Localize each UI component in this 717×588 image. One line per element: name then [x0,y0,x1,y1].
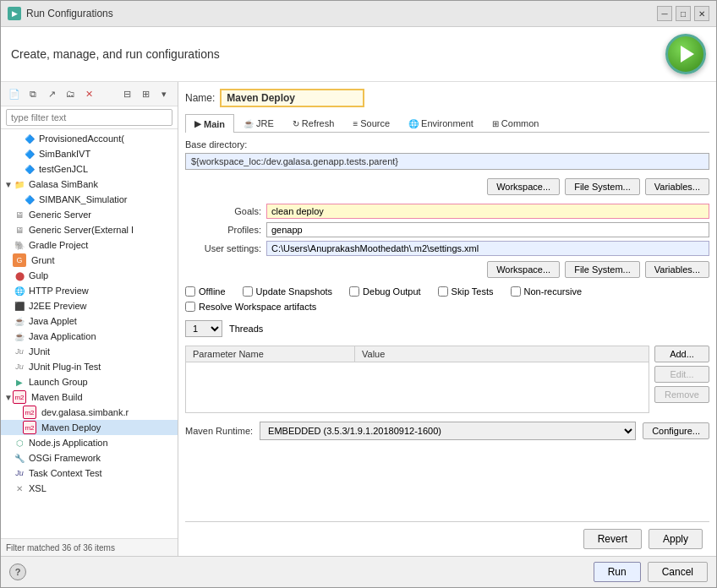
expand-all-button[interactable]: ⊞ [137,85,154,102]
resolve-workspace-checkbox-label[interactable]: Resolve Workspace artifacts [185,302,709,312]
maximize-button[interactable]: □ [676,6,691,21]
maven-runtime-select[interactable]: EMBEDDED (3.5.3/1.9.1.20180912-1600) [260,422,636,440]
junit-plugin-icon: Ju [13,360,26,373]
file-system-button-2[interactable]: File System... [565,261,640,278]
tree-item-generic-server-ext[interactable]: 🖥 Generic Server(External I [1,222,178,237]
header: Create, manage, and run configurations [1,27,716,82]
threads-label: Threads [229,324,263,334]
more-button[interactable]: ▾ [156,85,172,102]
update-snapshots-checkbox[interactable] [243,286,253,297]
tree-item-gradle[interactable]: 🐘 Gradle Project [1,237,178,253]
goals-input[interactable] [266,204,709,219]
tab-main[interactable]: ▶ Main [185,114,234,133]
tree-item-simbankivt[interactable]: 🔷 SimBankIVT [1,146,178,161]
tree-item-junit-plugin[interactable]: Ju JUnit Plug-in Test [1,359,178,374]
tree-label: Gradle Project [29,240,88,250]
config-tree: 🔷 ProvisionedAccount( 🔷 SimBankIVT 🔷 tes… [1,129,178,538]
dir-buttons: Workspace... File System... Variables... [185,178,709,195]
non-recursive-label: Non-recursive [524,286,582,297]
tree-label: Generic Server [29,210,91,220]
tree-item-launch-group[interactable]: ▶ Launch Group [1,374,178,389]
delete-button[interactable]: ✕ [80,85,97,102]
tree-item-testgenjcl[interactable]: 🔷 testGenJCL [1,161,178,177]
run-configurations-window: ▶ Run Configurations ─ □ ✕ Create, manag… [0,0,717,588]
tree-item-http[interactable]: 🌐 HTTP Preview [1,283,178,298]
name-input[interactable] [220,89,364,107]
close-button[interactable]: ✕ [694,6,709,21]
tree-item-dev-galasa[interactable]: m2 dev.galasa.simbank.r [1,405,178,420]
tab-common[interactable]: ⊞ Common [483,114,549,132]
title-bar: ▶ Run Configurations ─ □ ✕ [1,1,716,27]
tab-environment[interactable]: 🌐 Environment [399,114,483,132]
skip-tests-checkbox-label[interactable]: Skip Tests [438,286,494,297]
tree-item-simbank-sim[interactable]: 🔷 SIMBANK_Simulatior [1,192,178,207]
variables-button-2[interactable]: Variables... [645,261,709,278]
update-snapshots-label: Update Snapshots [256,286,333,297]
tree-item-grunt[interactable]: G Grunt [1,253,178,268]
tree-item-osgi[interactable]: 🔧 OSGi Framework [1,450,178,466]
run-button[interactable] [665,34,706,74]
tree-item-maven-build[interactable]: ▼ m2 Maven Build [1,389,178,405]
offline-checkbox-label[interactable]: Offline [185,286,226,297]
tree-item-java-application[interactable]: ☕ Java Application [1,329,178,344]
tree-item-gulp[interactable]: ⬤ Gulp [1,268,178,283]
tree-label: SIMBANK_Simulatior [39,194,128,204]
run-icon [681,46,694,63]
run-dialog-button[interactable]: Run [594,562,641,582]
tree-label: Java Application [29,331,96,341]
filter-status: Filter matched 36 of 36 items [6,543,115,553]
junit-icon: Ju [13,345,26,358]
tree-item-provisioned[interactable]: 🔷 ProvisionedAccount( [1,131,178,146]
tree-item-junit[interactable]: Ju JUnit [1,344,178,359]
tree-item-generic-server[interactable]: 🖥 Generic Server [1,207,178,222]
profiles-input[interactable] [266,222,709,237]
resolve-workspace-checkbox[interactable] [185,302,195,312]
main-form: Goals: Profiles: User settings: [185,204,709,256]
tree-item-task-context[interactable]: Ju Task Context Test [1,466,178,481]
debug-output-checkbox-label[interactable]: Debug Output [349,286,421,297]
threads-select[interactable]: 1248 [185,320,222,337]
settings-buttons: Workspace... File System... Variables... [185,261,709,278]
apply-button[interactable]: Apply [649,529,703,549]
search-input[interactable] [6,109,172,126]
cancel-dialog-button[interactable]: Cancel [648,562,708,582]
tree-item-xsl[interactable]: ✕ XSL [1,481,178,496]
base-directory-input[interactable] [185,153,709,170]
collapse-all-button[interactable]: ⊟ [118,85,135,102]
user-settings-input[interactable] [266,241,709,256]
task-icon: Ju [13,466,26,480]
tree-item-nodejs[interactable]: ⬡ Node.js Application [1,435,178,450]
xsl-icon: ✕ [13,482,26,495]
tree-label: Maven Build [31,392,83,402]
tab-jre[interactable]: ☕ JRE [234,114,283,132]
skip-tests-checkbox[interactable] [438,286,448,297]
variables-button[interactable]: Variables... [645,178,709,195]
update-snapshots-checkbox-label[interactable]: Update Snapshots [243,286,333,297]
tree-item-j2ee[interactable]: ⬛ J2EE Preview [1,298,178,313]
tab-refresh[interactable]: ↻ Refresh [283,114,344,132]
collapse-button[interactable]: 🗂 [62,85,79,102]
workspace-button[interactable]: Workspace... [487,178,560,195]
non-recursive-checkbox-label[interactable]: Non-recursive [511,286,582,297]
maven-icon: m2 [13,390,26,404]
new-config-button[interactable]: 📄 [6,85,23,102]
file-system-button[interactable]: File System... [565,178,640,195]
offline-checkbox[interactable] [185,286,195,297]
tree-item-maven-deploy[interactable]: m2 Maven Deploy [1,420,178,435]
debug-output-checkbox[interactable] [349,286,359,297]
revert-button[interactable]: Revert [583,529,642,549]
workspace-button-2[interactable]: Workspace... [487,261,560,278]
non-recursive-checkbox[interactable] [511,286,521,297]
minimize-button[interactable]: ─ [657,6,672,21]
help-button[interactable]: ? [9,564,26,580]
tree-item-java-applet[interactable]: ☕ Java Applet [1,313,178,329]
export-button[interactable]: ↗ [43,85,60,102]
add-button[interactable]: Add... [654,346,709,362]
edit-button[interactable]: Edit... [654,366,709,383]
tab-source[interactable]: ≡ Source [343,114,399,132]
configure-button[interactable]: Configure... [643,422,709,439]
tree-label: SimBankIVT [39,149,90,159]
tree-item-galasa-simbank[interactable]: ▼ 📁 Galasa SimBank [1,177,178,192]
remove-button[interactable]: Remove [654,386,709,403]
duplicate-button[interactable]: ⧉ [25,85,41,102]
